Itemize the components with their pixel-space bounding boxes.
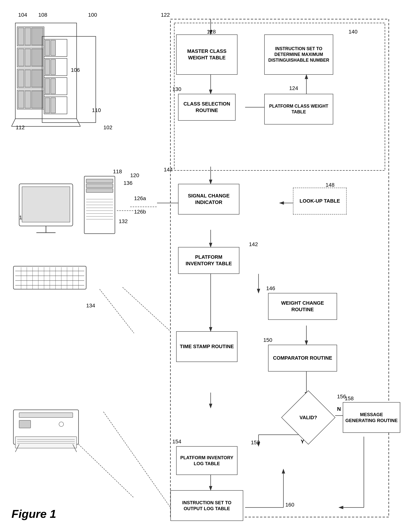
- n-label: N: [337, 406, 341, 412]
- svg-rect-45: [42, 36, 96, 123]
- svg-rect-67: [86, 184, 113, 188]
- svg-rect-42: [18, 91, 24, 108]
- valid-label: VALID?: [287, 415, 329, 421]
- svg-rect-38: [32, 49, 43, 66]
- svg-line-58: [12, 119, 15, 127]
- ref-126b: 126b: [134, 209, 146, 215]
- weight-change-routine-box: WEIGHT CHANGE ROUTINE: [268, 293, 337, 320]
- ref-150: 150: [263, 337, 272, 343]
- time-stamp-routine-box: TIME STAMP ROUTINE: [176, 331, 237, 362]
- ref-144: 144: [164, 167, 173, 173]
- svg-rect-33: [18, 28, 24, 45]
- signal-change-indicator-box: SIGNAL CHANGE INDICATOR: [178, 184, 239, 215]
- y-label: Y: [301, 438, 304, 445]
- ref-140: 140: [349, 29, 357, 35]
- svg-rect-68: [86, 189, 113, 192]
- instruction-set-max-box: INSTRUCTION SET TO DETERMINE MAXIMUM DIS…: [264, 34, 333, 75]
- svg-rect-52: [45, 59, 50, 75]
- master-class-weight-table-box: MASTER CLASS WEIGHT TABLE: [176, 34, 237, 75]
- svg-rect-44: [32, 91, 43, 108]
- svg-line-104: [100, 289, 134, 333]
- svg-rect-39: [18, 70, 24, 87]
- svg-rect-62: [22, 187, 70, 222]
- svg-rect-94: [19, 413, 73, 418]
- ref-126a: 126a: [134, 195, 146, 202]
- ref-154: 154: [172, 438, 181, 445]
- svg-rect-50: [45, 40, 50, 56]
- valid-diamond: VALID?: [285, 394, 331, 440]
- svg-rect-35: [32, 28, 43, 45]
- comparator-routine-box: COMPARATOR ROUTINE: [268, 345, 337, 372]
- svg-rect-57: [51, 98, 56, 113]
- platform-inventory-table-box: PLATFORM INVENTORY TABLE: [178, 247, 239, 274]
- platform-class-weight-table-box: PLATFORM CLASS WEIGHT TABLE: [264, 94, 333, 125]
- svg-rect-37: [25, 49, 31, 66]
- svg-rect-55: [51, 78, 56, 94]
- ref-148: 148: [325, 182, 335, 188]
- ref-128: 128: [207, 29, 216, 35]
- svg-rect-43: [25, 91, 31, 108]
- hardware-illustration: [4, 8, 134, 525]
- svg-rect-66: [86, 179, 113, 183]
- svg-rect-56: [45, 98, 50, 113]
- ref-130: 130: [172, 86, 181, 92]
- svg-rect-41: [32, 70, 43, 87]
- message-generating-routine-box: MESSAGE GENERATING ROUTINE: [343, 402, 400, 433]
- ref-158: 158: [345, 395, 354, 402]
- svg-rect-54: [45, 78, 50, 94]
- svg-point-100: [59, 422, 64, 426]
- ref-122: 122: [161, 12, 170, 18]
- svg-rect-99: [19, 420, 31, 428]
- ref-146: 146: [266, 285, 275, 291]
- svg-rect-95: [15, 437, 76, 448]
- page: MASTER CLASS WEIGHT TABLE INSTRUCTION SE…: [0, 0, 401, 532]
- svg-rect-40: [25, 70, 31, 87]
- ref-152: 152: [251, 439, 260, 446]
- ref-124: 124: [289, 85, 298, 91]
- svg-rect-51: [51, 40, 56, 56]
- look-up-table-box: LOOK-UP TABLE: [293, 188, 347, 215]
- platform-inventory-log-table-box: PLATFORM INVENTORY LOG TABLE: [176, 446, 237, 475]
- class-selection-routine-box: CLASS SELECTION ROUTINE: [178, 94, 236, 121]
- ref-142: 142: [249, 241, 258, 247]
- ref-160: 160: [285, 502, 294, 508]
- svg-rect-36: [18, 49, 24, 66]
- instruction-set-output-box: INSTRUCTION SET TO OUTPUT LOG TABLE: [171, 490, 243, 521]
- svg-line-105: [78, 444, 134, 498]
- svg-rect-53: [51, 59, 56, 75]
- svg-rect-34: [25, 28, 31, 45]
